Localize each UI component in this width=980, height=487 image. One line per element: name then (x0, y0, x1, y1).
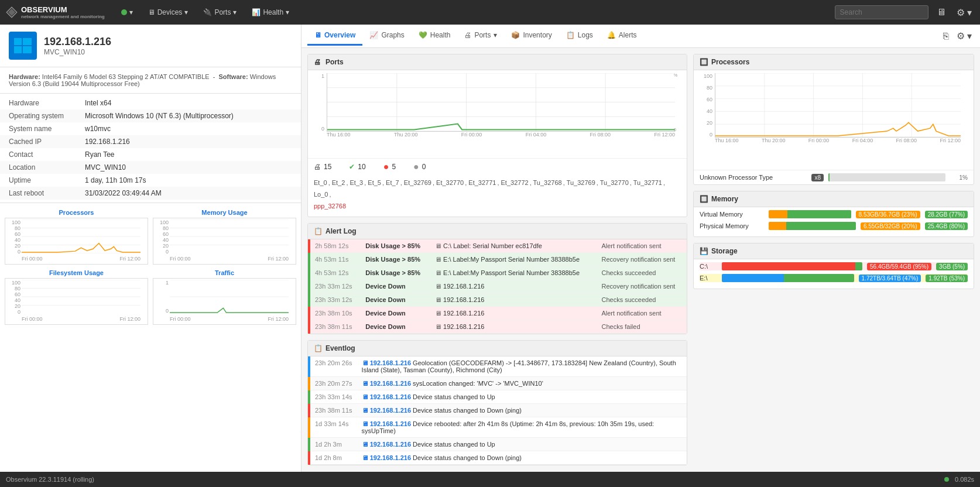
alert-log-row: 23h 33m 12s Device Down 🖥 192.168.1.216 … (309, 293, 687, 307)
processors-chart-svg (22, 220, 141, 253)
ports-arrow: ▾ (233, 8, 237, 16)
processor-bar-container (828, 173, 945, 181)
port-stat-disabled: ● 0 (413, 162, 426, 172)
port-link-tu32768[interactable]: Tu_32768 (533, 179, 562, 186)
device-header: 192.168.1.216 MVC_WIN10 (0, 25, 301, 67)
detail-value-contact: Ryan Tee (76, 148, 301, 161)
left-panel: 192.168.1.216 MVC_WIN10 Hardware: Intel6… (0, 25, 301, 487)
status-arrow: ▾ (129, 8, 133, 16)
port-up-icon: ✔ (349, 163, 355, 171)
alert-status: Checks succeeded (597, 266, 687, 280)
port-link-tu32771[interactable]: Tu_32771 (633, 179, 662, 186)
alert-status: Checks succeeded (597, 293, 687, 307)
mini-chart-traffic-title: Traffic (153, 269, 296, 276)
memory-rows: Virtual Memory 8.53GB/36.7GB (23%) 28.2G… (694, 207, 974, 236)
port-link-lo0[interactable]: Lo_0 (314, 191, 328, 198)
port-up-count: 10 (358, 163, 365, 171)
port-link-tu32769[interactable]: Tu_32769 (567, 179, 595, 186)
tab-inventory[interactable]: 📦 Inventory (504, 26, 558, 46)
alert-type: Device Down (361, 293, 430, 307)
monitor-icon-button[interactable]: 🖥 (934, 5, 948, 20)
status-button[interactable]: ▾ (116, 6, 138, 19)
alert-status: Recovery notification sent (597, 280, 687, 293)
eventlog-row: 1d 33m 14s 🖥 192.168.1.216 Device reboot… (309, 417, 687, 438)
search-input[interactable] (835, 5, 928, 19)
alerts-icon: 🔔 (607, 31, 616, 39)
memory-chart-svg (170, 220, 289, 253)
tab-health[interactable]: 💚 Health (412, 26, 458, 46)
devices-button[interactable]: 🖥 Devices ▾ (143, 6, 193, 19)
virtual-memory-bar (769, 210, 851, 218)
tab-logs[interactable]: 📋 Logs (559, 26, 600, 46)
processors-header: 🔲 Processors (694, 54, 974, 70)
port-link-et2[interactable]: Et_2 (332, 179, 345, 186)
status-dot (121, 9, 127, 15)
eventlog-time: 23h 33m 14s (309, 390, 357, 404)
port-link-et32772[interactable]: Et_32772 (501, 179, 529, 186)
proc-yaxis: 100 80 60 40 20 0 (700, 73, 714, 138)
mini-charts-section: Processors 100 80 60 40 20 0 (0, 203, 301, 335)
port-link-et5[interactable]: Et_5 (368, 179, 381, 186)
port-link-et3[interactable]: Et_3 (350, 179, 364, 186)
svg-rect-4 (14, 46, 22, 53)
processors-chart-area: 100 80 60 40 20 0 (694, 70, 974, 170)
sw-label: Software: (218, 73, 249, 80)
tab-health-label: Health (430, 31, 451, 39)
device-icon (9, 32, 37, 60)
eventlog-row: 1d 2h 3m 🖥 192.168.1.216 Device status c… (309, 438, 687, 451)
device-ip: 192.168.1.216 (44, 36, 111, 48)
port-link-et32771[interactable]: Et_32771 (468, 179, 496, 186)
storage-c-label: C:\ (700, 263, 717, 270)
ports-chart-inner: 1 0 (314, 73, 681, 143)
eventlog-time: 23h 20m 27s (309, 377, 357, 390)
alert-device: 🖥 E:\ Label:My Passport Serial Number 38… (430, 253, 597, 266)
port-link-ppp32768[interactable]: ppp_32768 (314, 203, 346, 210)
health-button[interactable]: 📊 Health ▾ (247, 6, 294, 19)
filesystem-chart-svg (22, 280, 141, 314)
detail-row-hardware: Hardware Intel x64 (0, 97, 301, 109)
alert-log-icon: 📋 (314, 227, 322, 235)
graphs-icon: 📈 (369, 31, 378, 39)
hw-value: Intel64 Family 6 Model 63 Stepping 2 AT/… (42, 73, 210, 80)
port-link-et7[interactable]: Et_7 (386, 179, 399, 186)
mini-chart-filesystem-xaxis: Fri 00:00 Fri 12:00 (22, 314, 141, 324)
alert-log-row: 23h 38m 11s Device Down 🖥 192.168.1.216 … (309, 320, 687, 334)
tab-overview[interactable]: 🖥 Overview (307, 26, 362, 46)
tab-ports-label: Ports (474, 31, 491, 39)
port-link-et0[interactable]: Et_0 (314, 179, 327, 186)
mini-chart-traffic-yaxis: 1 0 (153, 279, 170, 314)
eventlog-row: 23h 20m 26s 🖥 192.168.1.216 Geolocation … (309, 356, 687, 377)
ports-button[interactable]: 🔌 Ports ▾ (198, 6, 241, 19)
device-hostname: MVC_WIN10 (44, 48, 111, 56)
proc-xaxis: Thu 16:00 Thu 20:00 Fri 00:00 Fri 04:00 … (715, 138, 961, 149)
detail-value-cachedip: 192.168.1.216 (76, 135, 301, 148)
alert-device: 🖥 192.168.1.216 (430, 293, 597, 307)
tab-graphs[interactable]: 📈 Graphs (362, 26, 411, 46)
tab-alerts[interactable]: 🔔 Alerts (600, 26, 644, 46)
health-tab-icon: 💚 (419, 31, 427, 39)
detail-row-os: Operating system Microsoft Windows 10 (N… (0, 109, 301, 122)
alert-type: Device Down (361, 280, 430, 293)
storage-rows: C:\ 56.4GB/59.4GB (95%) 3GB (5%) E:\ (694, 259, 974, 289)
health-icon: 📊 (252, 8, 261, 16)
processor-bar (828, 173, 830, 181)
tab-ports[interactable]: 🖨 Ports ▾ (457, 26, 504, 46)
alert-type: Disk Usage > 85% (361, 239, 430, 253)
alert-device: 🖥 C:\ Label: Serial Number ec817dfe (430, 239, 597, 253)
settings-button[interactable]: ⚙ ▾ (954, 5, 974, 20)
detail-row-uptime: Uptime 1 day, 11h 10m 17s (0, 174, 301, 187)
port-link-tu32770[interactable]: Tu_32770 (600, 179, 629, 186)
content-area: 🖨 Ports 1 0 (301, 48, 980, 477)
mini-chart-processors-xaxis: Fri 00:00 Fri 12:00 (22, 253, 141, 264)
mini-chart-filesystem-canvas: 100 80 60 40 20 0 (5, 278, 148, 325)
port-link-et32770[interactable]: Et_32770 (436, 179, 464, 186)
tab-logs-label: Logs (578, 31, 593, 39)
alert-time: 23h 33m 12s (309, 293, 361, 307)
detail-row-contact: Contact Ryan Tee (0, 148, 301, 161)
eventlog-time: 23h 20m 26s (309, 356, 357, 377)
main-layout: 192.168.1.216 MVC_WIN10 Hardware: Intel6… (0, 25, 980, 487)
panel-copy-button[interactable]: ⎘ (941, 29, 951, 44)
panel-settings-button[interactable]: ⚙ ▾ (954, 28, 974, 44)
port-link-et32769[interactable]: Et_32769 (404, 179, 431, 186)
alert-status: Recovery notification sent (597, 253, 687, 266)
